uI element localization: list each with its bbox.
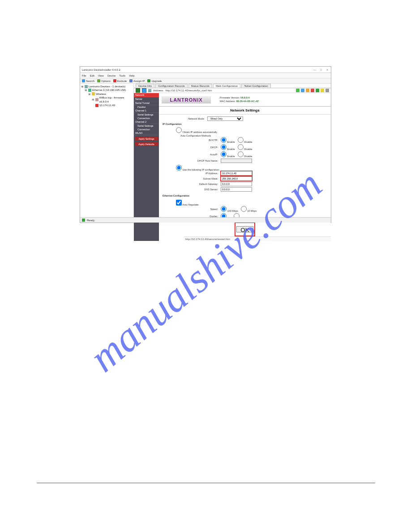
content-tabs: Device Info Configuration Records Status… (134, 84, 331, 88)
titlebar: Lantronix DeviceInstaller 4.4.0.2 — □ × (80, 67, 331, 73)
tab-web-config[interactable]: Web Configuration (213, 84, 241, 88)
tab-status-records[interactable]: Status Records (188, 84, 212, 88)
footer-rule (37, 483, 375, 483)
dhcp-host-input[interactable] (221, 159, 252, 163)
home-icon[interactable] (148, 89, 151, 92)
device-icon (95, 98, 98, 101)
sidenav-ch1-serial[interactable]: Serial Settings (134, 113, 159, 116)
exclude-icon (113, 79, 116, 82)
dhcp-host-label: DHCP Host Name: (176, 159, 221, 162)
sidenav-ch1-connection[interactable]: Connection (134, 116, 159, 120)
ip-icon (95, 104, 98, 107)
dns-label: DNS Server: (176, 188, 221, 191)
menu-device[interactable]: Device (107, 74, 116, 77)
window-title: Lantronix DeviceInstaller 4.4.0.2 (82, 69, 313, 71)
tab-device-info[interactable]: Device Info (136, 84, 154, 88)
bootp-disable[interactable]: Disable (238, 141, 253, 143)
close-button[interactable]: × (325, 69, 329, 71)
subnet-input[interactable] (221, 176, 252, 181)
sidenav-ch2-serial[interactable]: Serial Settings (134, 124, 159, 128)
ip-config-heading: IP Configuration (163, 123, 327, 125)
sidenav-wlan[interactable]: WLAN (134, 131, 159, 135)
toolbar-exclude[interactable]: Exclude (113, 79, 127, 82)
tree-wireless[interactable]: ▣Wireless (88, 92, 133, 96)
ethernet-icon (88, 89, 91, 92)
autoip-disable[interactable]: Disable (238, 155, 253, 158)
devices-icon (85, 85, 88, 88)
tree-root[interactable]: ▣Lantronix Devices - 1 device(s) (81, 85, 133, 88)
sidenav-apply-defaults[interactable]: Apply Defaults (135, 142, 158, 146)
sidenav-channel-2[interactable]: Channel 2 (134, 120, 159, 124)
external-browser-icon[interactable] (301, 89, 304, 92)
go-icon[interactable] (296, 89, 300, 92)
nav-icon-2[interactable] (311, 89, 314, 92)
ip-address-label: IP Address: (176, 172, 221, 175)
speed-100[interactable]: 100 Mbps (221, 210, 238, 212)
subnet-label: Subnet Mask: (176, 177, 221, 180)
gateway-label: Default Gateway: (176, 183, 221, 185)
section-title: Network Settings (159, 107, 331, 115)
upgrade-icon (147, 79, 150, 82)
tree-ethernet[interactable]: ▣Ethernet 3 (10.190.225.150) (85, 88, 133, 92)
address-url[interactable]: http://10.174.11.40/secure/ltx_conf.htm (166, 89, 294, 92)
address-bar: Address: http://10.174.11.40/secure/ltx_… (134, 88, 331, 93)
nav-back-button[interactable] (136, 88, 140, 93)
minimize-button[interactable]: — (313, 69, 317, 71)
dhcp-disable[interactable]: Disable (238, 148, 253, 150)
network-mode-select[interactable]: Wired Only (207, 116, 243, 121)
assign-ip-icon (129, 79, 133, 82)
network-mode-label: Network Mode: (163, 117, 207, 120)
sidenav-apply-settings[interactable]: Apply Settings (135, 137, 158, 141)
status-text: Ready (87, 219, 94, 222)
tab-telnet-config[interactable]: Telnet Configuration (241, 84, 270, 88)
nav-icon-3[interactable] (316, 89, 319, 92)
menu-help[interactable]: Help (129, 74, 134, 77)
sidenav-channel-1[interactable]: Channel 1 (134, 109, 159, 113)
maximize-button[interactable]: □ (319, 69, 323, 71)
nav-icon-4[interactable] (321, 89, 324, 92)
folder-icon (92, 92, 95, 95)
address-label: Address: (153, 89, 164, 92)
sidenav-hostlist[interactable]: Hostlist (134, 105, 159, 109)
sidenav-serial-tunnel[interactable]: Serial Tunnel (134, 101, 159, 105)
toolbar-search[interactable]: Search (82, 79, 94, 82)
tab-config-records[interactable]: Configuration Records (155, 84, 188, 88)
autoip-enable[interactable]: Enable (221, 155, 235, 158)
search-icon (82, 79, 85, 82)
status-icon (82, 219, 85, 222)
auto-negotiate-checkbox[interactable]: Auto Negotiate (176, 203, 199, 206)
tree-device[interactable]: ▣WiBox b/g - firmware v6.8.0.4 (92, 96, 133, 103)
sidenav-server[interactable]: Server (134, 97, 159, 101)
toolbar-assign-ip[interactable]: Assign IP (129, 79, 145, 82)
dns-input[interactable] (221, 187, 252, 192)
dhcp-enable[interactable]: Enable (221, 148, 235, 150)
brand-logo: LANTRONIX (162, 96, 211, 103)
toolbar-upgrade[interactable]: Upgrade (147, 79, 162, 82)
menu-file[interactable]: File (82, 74, 86, 77)
nav-forward-button[interactable] (142, 88, 146, 93)
options-icon (97, 79, 100, 82)
sidenav-ch2-connection[interactable]: Connection (134, 128, 159, 131)
menu-tools[interactable]: Tools (119, 74, 125, 77)
menu-view[interactable]: View (98, 74, 104, 77)
header-info: Firmware Version: V6.8.0.4 MAC Address: … (220, 96, 259, 103)
toolbar-options[interactable]: Options (97, 79, 111, 82)
nav-icon-1[interactable] (306, 89, 309, 92)
tree-ip[interactable]: 10.174.11.40 (95, 103, 133, 107)
gateway-input[interactable] (221, 182, 252, 186)
print-icon[interactable] (325, 89, 329, 92)
device-tree: ▣Lantronix Devices - 1 device(s) ▣Ethern… (80, 84, 134, 223)
menubar: File Edit View Device Tools Help (80, 73, 331, 78)
sidenav-network[interactable]: Network (134, 93, 159, 97)
ip-address-input[interactable] (221, 171, 252, 176)
toolbar: Search Options Exclude Assign IP Upgrade (80, 78, 331, 84)
bootp-enable[interactable]: Enable (221, 141, 235, 143)
ip-auto-radio[interactable]: Obtain IP address automatically (176, 131, 217, 133)
menu-edit[interactable]: Edit (90, 74, 94, 77)
